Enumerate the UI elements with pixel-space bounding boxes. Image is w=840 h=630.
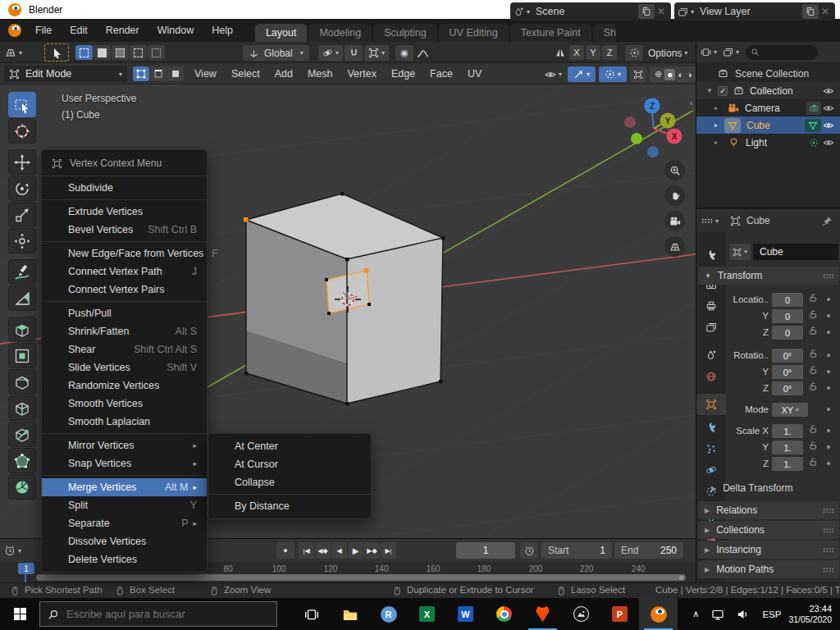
- scale-x-anim-dot[interactable]: [827, 429, 830, 432]
- location-x-field[interactable]: 0: [772, 293, 803, 307]
- navigation-gizmo[interactable]: Z Y X: [620, 93, 692, 158]
- submenu-item-at-center[interactable]: At Center: [208, 437, 371, 455]
- mode-dropdown[interactable]: Edit Mode ▾: [4, 66, 127, 82]
- scene-name[interactable]: Scene: [530, 6, 637, 17]
- powerpoint-button[interactable]: P: [600, 598, 639, 630]
- menu-item-shrink-fatten[interactable]: Shrink/FattenAlt S: [42, 322, 207, 340]
- frame-end-field[interactable]: End 250: [614, 542, 683, 559]
- menu-item-separate[interactable]: SeparateP▸: [42, 514, 207, 532]
- play-button[interactable]: ▶: [348, 542, 363, 559]
- scale-y-field[interactable]: 1.: [772, 441, 803, 454]
- menu-item-delete-vertices[interactable]: Delete Vertices: [42, 550, 207, 568]
- proportional-falloff-button[interactable]: [417, 47, 428, 59]
- outliner-filter-button[interactable]: ▾: [723, 47, 739, 57]
- tool-spin[interactable]: [8, 474, 36, 500]
- active-tool-indicator[interactable]: [44, 43, 69, 62]
- mirror-y-toggle[interactable]: Y: [586, 45, 600, 60]
- menu-item-extrude-vertices[interactable]: Extrude Vertices: [42, 203, 207, 221]
- menu-mesh[interactable]: Mesh: [300, 68, 340, 80]
- view-layer-name[interactable]: View Layer: [694, 6, 801, 17]
- tool-loop-cut[interactable]: [8, 395, 36, 421]
- tool-inset-faces[interactable]: [8, 343, 36, 368]
- start-button[interactable]: [0, 598, 39, 630]
- menu-window[interactable]: Window: [148, 25, 203, 36]
- blender-menu-icon[interactable]: [8, 24, 21, 37]
- pivot-point-dropdown[interactable]: ▾: [318, 45, 343, 61]
- shading-rendered-button[interactable]: ◑: [687, 70, 692, 80]
- outliner-row-scene-collection[interactable]: Scene Collection: [696, 65, 840, 82]
- cube-mesh[interactable]: [244, 192, 445, 406]
- scale-z-lock-icon[interactable]: [808, 457, 818, 467]
- scale-x-lock-icon[interactable]: [808, 424, 818, 434]
- visibility-dropdown[interactable]: ▾: [545, 66, 562, 82]
- gizmo-neg-z-ball[interactable]: [647, 146, 659, 158]
- face-select-button[interactable]: [167, 66, 184, 81]
- menu-render[interactable]: Render: [97, 25, 148, 36]
- workspace-tab-uv-editing[interactable]: UV Editing: [439, 24, 509, 42]
- scale-z-field[interactable]: 1.: [772, 457, 803, 471]
- collection-expand-icon[interactable]: ▼: [706, 87, 713, 94]
- tool-extrude-region[interactable]: [8, 317, 36, 342]
- location-z-field[interactable]: 0: [772, 326, 803, 340]
- collections-panel[interactable]: ▶ Collections: [698, 521, 839, 539]
- menu-item-connect-vertex-pairs[interactable]: Connect Vertex Pairs: [42, 281, 207, 299]
- cube-expand-icon[interactable]: ▸: [714, 121, 718, 129]
- tool-rotate[interactable]: [8, 176, 36, 201]
- scale-y-anim-dot[interactable]: [827, 445, 830, 449]
- collections-grip-icon[interactable]: [823, 527, 834, 533]
- r-app-button[interactable]: R: [369, 598, 408, 630]
- tool-poly-build[interactable]: [8, 448, 36, 473]
- task-view-button[interactable]: [292, 598, 331, 630]
- vertex-select-button[interactable]: [133, 66, 149, 81]
- gizmo-neg-x-ball[interactable]: [624, 116, 636, 128]
- menu-item-bevel-vertices[interactable]: Bevel VerticesShift Ctrl B: [42, 221, 207, 239]
- playhead-badge[interactable]: 1: [18, 563, 34, 574]
- view-layer-copy-button[interactable]: [802, 4, 819, 19]
- menu-uv[interactable]: UV: [460, 68, 489, 80]
- menu-item-merge-vertices[interactable]: Merge VerticesAlt M▸: [42, 478, 207, 496]
- language-indicator[interactable]: ESP: [762, 609, 781, 619]
- outliner-display-mode-button[interactable]: ▾: [701, 47, 717, 57]
- outliner-row-light[interactable]: ▸ Light: [696, 134, 840, 151]
- camera-view-button[interactable]: [664, 211, 685, 231]
- submenu-item-at-cursor[interactable]: At Cursor: [208, 455, 371, 473]
- motion-paths-panel[interactable]: ▶ Motion Paths: [698, 560, 839, 578]
- location-z-anim-dot[interactable]: [827, 331, 830, 334]
- tab-output[interactable]: [696, 295, 726, 317]
- instancing-grip-icon[interactable]: [823, 547, 834, 553]
- tab-object[interactable]: [696, 394, 726, 415]
- timeline-editor-type-button[interactable]: ▾: [4, 542, 21, 559]
- frame-start-field[interactable]: Start 1: [541, 542, 612, 559]
- overlays-toggle-button[interactable]: ▾: [599, 66, 627, 82]
- location-z-lock-icon[interactable]: [808, 326, 818, 336]
- outliner-search-input[interactable]: [746, 45, 818, 60]
- outliner-row-cube[interactable]: ▸ Cube: [696, 116, 840, 134]
- editor-type-button[interactable]: ▾: [5, 44, 22, 61]
- tool-cursor[interactable]: [8, 118, 36, 144]
- menu-item-connect-vertex-path[interactable]: Connect Vertex PathJ: [42, 262, 207, 281]
- tab-particles[interactable]: [696, 438, 726, 459]
- tab-modifiers[interactable]: [696, 417, 726, 438]
- menu-item-randomize-vertices[interactable]: Randomize Vertices: [42, 377, 207, 395]
- snap-toggle-button[interactable]: [345, 45, 363, 61]
- light-eye-icon[interactable]: [823, 137, 834, 148]
- object-id-icon-button[interactable]: ▾: [729, 244, 751, 260]
- camera-expand-icon[interactable]: ▸: [714, 104, 718, 112]
- menu-vertex[interactable]: Vertex: [340, 68, 383, 80]
- rotation-y-lock-icon[interactable]: [808, 365, 818, 375]
- transform-panel-header[interactable]: ▼ Transform: [698, 267, 839, 285]
- auto-keying-clock-button[interactable]: [520, 542, 538, 559]
- record-button[interactable]: ●: [276, 542, 294, 559]
- rotation-z-anim-dot[interactable]: [827, 386, 830, 390]
- blender-taskbar-button[interactable]: [639, 598, 678, 630]
- rotation-y-field[interactable]: 0°: [772, 365, 803, 379]
- select-mode-extend-button[interactable]: [94, 45, 111, 60]
- rotation-z-lock-icon[interactable]: [808, 381, 818, 391]
- cube-mesh-data-icon[interactable]: [805, 119, 821, 132]
- scene-new-copy-button[interactable]: [638, 4, 655, 19]
- sidebar-collapse-tab[interactable]: ‹: [687, 94, 696, 111]
- zoom-view-button[interactable]: [664, 160, 685, 180]
- menu-file[interactable]: File: [26, 25, 61, 36]
- motion-paths-grip-icon[interactable]: [823, 567, 834, 573]
- ortho-toggle-button[interactable]: [664, 236, 685, 257]
